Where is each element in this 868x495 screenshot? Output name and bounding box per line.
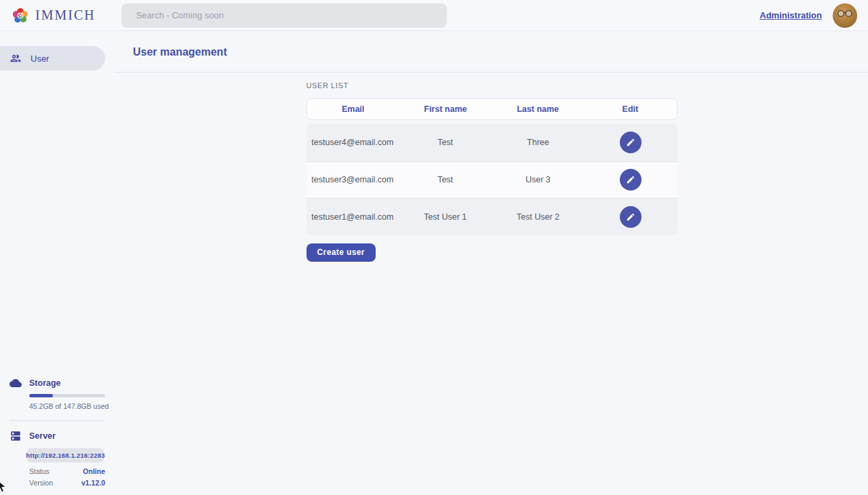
page-title: User management — [133, 46, 868, 58]
server-version-row: Version v1.12.0 — [29, 479, 105, 487]
server-section-header: Server — [0, 430, 115, 442]
cell-email: testuser4@email.com — [307, 138, 399, 147]
brand: IMMICH — [11, 6, 96, 25]
server-url-chip: http://192.168.1.216:2283 — [27, 448, 104, 462]
top-navbar: IMMICH Administration — [0, 0, 868, 31]
pencil-icon — [626, 138, 635, 147]
cloud-icon — [9, 377, 22, 389]
storage-section-header: Storage — [0, 377, 115, 389]
column-header-email: Email — [307, 104, 399, 114]
column-header-last-name: Last name — [492, 104, 584, 114]
storage-usage-text: 45.2GB of 147.8GB used — [29, 402, 115, 410]
glasses-icon — [836, 9, 854, 18]
cell-first-name: Test — [399, 175, 492, 184]
user-table-header: Email First name Last name Edit — [307, 98, 677, 120]
sidebar-item-user[interactable]: User — [0, 46, 105, 71]
version-label: Version — [29, 479, 53, 487]
storage-progress-fill — [29, 394, 53, 397]
user-list-label: USER LIST — [307, 81, 677, 90]
users-icon — [9, 52, 22, 64]
cell-first-name: Test User 1 — [399, 212, 492, 222]
cell-edit — [585, 132, 677, 153]
sidebar-item-label: User — [31, 54, 49, 64]
edit-user-button[interactable] — [620, 132, 642, 153]
edit-user-button[interactable] — [620, 206, 642, 228]
cell-edit — [585, 169, 677, 191]
create-user-button[interactable]: Create user — [307, 243, 376, 262]
table-row: testuser3@email.com Test User 3 — [307, 161, 677, 199]
pencil-icon — [626, 175, 635, 184]
table-row: testuser1@email.com Test User 1 Test Use… — [307, 198, 677, 235]
search-input[interactable] — [121, 3, 447, 28]
status-value: Online — [83, 467, 105, 475]
header-right: Administration — [760, 3, 857, 28]
brand-wordmark: IMMICH — [35, 7, 96, 23]
server-status-row: Status Online — [29, 467, 105, 475]
pencil-icon — [626, 212, 635, 222]
cell-last-name: User 3 — [492, 175, 585, 184]
cell-last-name: Test User 2 — [492, 212, 585, 222]
table-row: testuser4@email.com Test Three — [307, 124, 677, 161]
server-icon — [9, 430, 22, 442]
column-header-first-name: First name — [399, 104, 492, 114]
sidebar-divider — [9, 420, 105, 421]
page-body: User Storage 45.2GB of 147.8GB used — [0, 31, 868, 495]
cell-edit — [585, 206, 677, 228]
storage-title: Storage — [29, 378, 61, 388]
user-avatar[interactable] — [833, 3, 857, 28]
immich-flower-logo-icon — [11, 6, 30, 25]
storage-progress-bar — [29, 394, 105, 397]
immich-app: IMMICH Administration User — [0, 0, 868, 495]
main-panel: User management USER LIST Email First na… — [115, 31, 868, 495]
server-title: Server — [29, 431, 56, 441]
cell-email: testuser3@email.com — [307, 175, 399, 184]
admin-sidebar: User Storage 45.2GB of 147.8GB used — [0, 31, 115, 495]
user-table-body: testuser4@email.com Test Three testuser3… — [307, 124, 677, 235]
cell-last-name: Three — [492, 138, 585, 147]
column-header-edit: Edit — [584, 104, 676, 114]
administration-link[interactable]: Administration — [760, 10, 822, 20]
status-label: Status — [29, 467, 50, 475]
cell-first-name: Test — [399, 138, 492, 147]
sidebar-bottom: Storage 45.2GB of 147.8GB used Server — [0, 377, 115, 495]
user-list-content: USER LIST Email First name Last name Edi… — [307, 73, 677, 262]
cell-email: testuser1@email.com — [307, 212, 399, 222]
edit-user-button[interactable] — [620, 169, 642, 191]
version-value: v1.12.0 — [81, 479, 105, 487]
